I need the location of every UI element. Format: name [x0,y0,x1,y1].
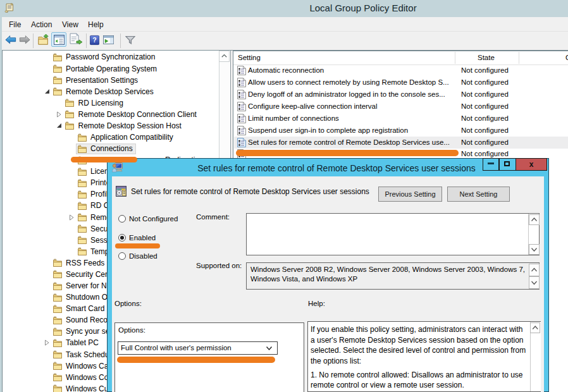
svg-text:?: ? [92,36,96,44]
